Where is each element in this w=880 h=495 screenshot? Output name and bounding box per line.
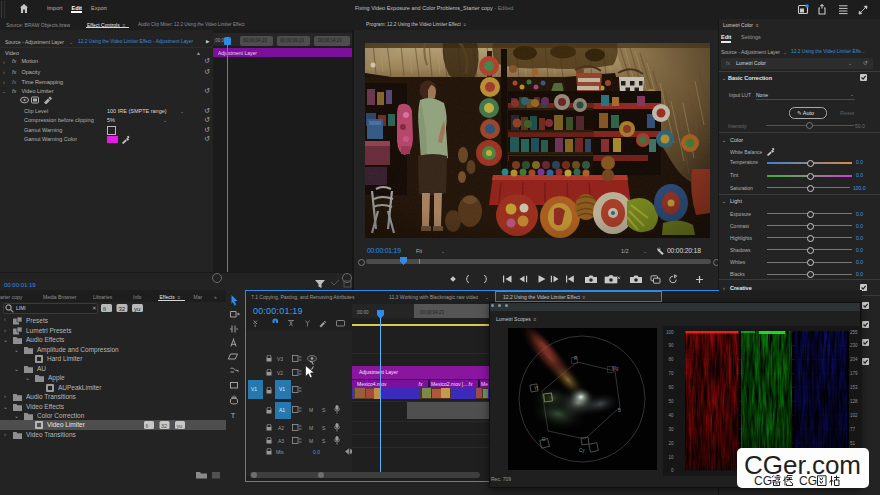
svg-text:90: 90 [668, 343, 674, 348]
svg-text:10: 10 [668, 455, 674, 460]
svg-text:yu: yu [177, 422, 183, 428]
svg-text:30: 30 [668, 427, 674, 432]
svg-text:128: 128 [850, 399, 858, 404]
svg-text:77: 77 [850, 427, 856, 432]
svg-text:100: 100 [666, 330, 674, 335]
svg-text:40: 40 [668, 413, 674, 418]
svg-text:20: 20 [668, 441, 674, 446]
svg-text:179: 179 [850, 371, 858, 376]
svg-text:204: 204 [850, 357, 858, 362]
svg-text:70: 70 [668, 371, 674, 376]
svg-text:50: 50 [668, 399, 674, 404]
svg-text:60: 60 [668, 385, 674, 390]
svg-text:Mg: Mg [612, 366, 619, 371]
svg-text:32: 32 [161, 422, 167, 428]
svg-text:153: 153 [850, 385, 858, 390]
svg-text:G: G [542, 437, 546, 442]
svg-text:230: 230 [850, 343, 858, 348]
svg-text:fi: fi [146, 422, 149, 428]
svg-text:B: B [618, 408, 621, 413]
svg-text:32: 32 [119, 306, 126, 312]
svg-text:80: 80 [668, 357, 674, 362]
svg-text:51: 51 [850, 441, 856, 446]
svg-text:T: T [231, 411, 236, 420]
svg-text:102: 102 [850, 413, 858, 418]
svg-text:255: 255 [850, 330, 858, 335]
svg-text:Cy: Cy [579, 448, 585, 453]
svg-text:yu: yu [134, 306, 140, 312]
svg-text:fi: fi [103, 306, 106, 312]
